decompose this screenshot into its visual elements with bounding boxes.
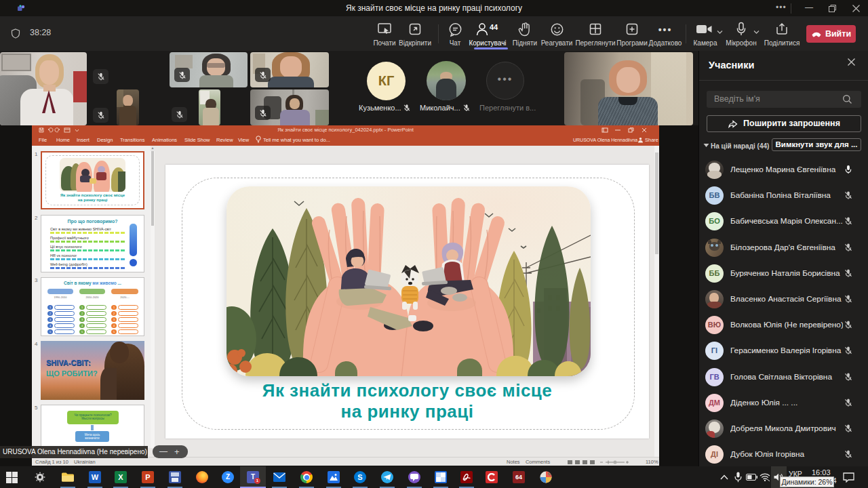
svg-text:44: 44 — [490, 23, 498, 31]
